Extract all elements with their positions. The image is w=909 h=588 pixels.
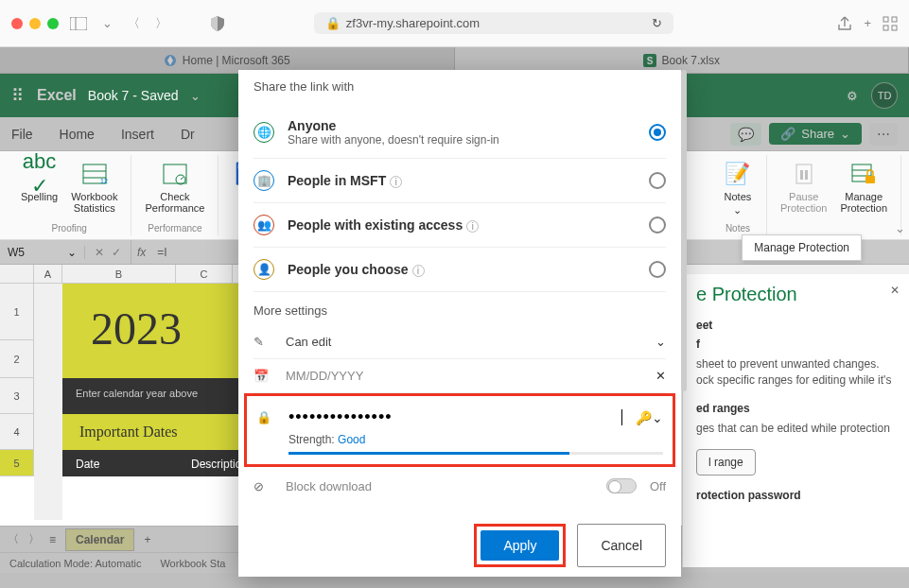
close-panel-icon[interactable]: ✕ [890, 284, 900, 297]
svg-rect-16 [796, 164, 812, 183]
radio[interactable] [649, 172, 666, 189]
important-dates-header[interactable]: Important Dates [62, 414, 261, 450]
shield-icon[interactable] [207, 12, 228, 35]
panel-subtitle: eet [696, 319, 896, 332]
password-row[interactable]: 🔒 ••••••••••••••• 🔑⌄ [256, 402, 663, 433]
share-settings-modal: Share the link with 🌐 Anyone Share with … [238, 70, 681, 577]
chevron-down-icon[interactable]: ⌄ [98, 12, 116, 34]
ribbon-workbook-stats[interactable]: 123Workbook Statistics [67, 157, 121, 221]
ribbon-pause-protection[interactable]: Pause Protection [777, 157, 831, 233]
share-option-existing[interactable]: 👥 People with existing accessi [253, 203, 666, 248]
info-icon[interactable]: i [466, 220, 479, 233]
more-settings-label: More settings [253, 303, 666, 318]
building-icon: 🏢 [253, 170, 274, 191]
svg-rect-18 [805, 170, 808, 180]
back-icon[interactable]: 〈 [124, 11, 144, 36]
document-name[interactable]: Book 7 - Saved [88, 88, 179, 103]
url-text: zf3vr-my.sharepoint.com [346, 16, 480, 30]
row-3[interactable]: 3 [0, 378, 34, 414]
panel-title: e Protection [696, 284, 896, 305]
maximize-window[interactable] [47, 18, 59, 29]
stats-icon: 123 [79, 159, 110, 189]
panel-text: sheet to prevent unwanted changes. ock s… [696, 356, 896, 389]
svg-rect-5 [892, 26, 897, 30]
strength-meter [288, 452, 663, 455]
ribbon-group-notes: 📝Notes⌄ Notes [709, 155, 767, 235]
password-input[interactable]: ••••••••••••••• [288, 407, 622, 427]
panel-subtitle: rotection password [696, 489, 896, 502]
new-tab-icon[interactable]: + [864, 16, 871, 30]
ribbon-spelling[interactable]: abc✓Spelling [17, 157, 61, 221]
forward-icon[interactable]: 〉 [151, 11, 171, 36]
lock-sheet-icon [848, 159, 879, 189]
apply-button[interactable]: Apply [481, 530, 559, 561]
share-option-specific[interactable]: 👤 People you choosei [253, 248, 666, 292]
svg-rect-4 [883, 26, 888, 30]
permission-dropdown[interactable]: ✎ Can edit ⌄ [253, 325, 666, 359]
protection-side-panel: ✕ e Protection eet f sheet to prevent un… [682, 274, 909, 567]
close-window[interactable] [11, 18, 23, 29]
panel-text: ges that can be edited while protection [696, 421, 896, 437]
reload-icon[interactable]: ↻ [652, 16, 662, 30]
browser-toolbar: ⌄ 〈 〉 🔒 zf3vr-my.sharepoint.com ↻ + [0, 0, 909, 47]
minimize-window[interactable] [29, 18, 41, 29]
row-5[interactable]: 5 [0, 450, 34, 476]
row-4[interactable]: 4 [0, 414, 34, 450]
password-strength: Strength: Good [256, 433, 663, 455]
person-plus-icon: 👤 [253, 259, 274, 280]
clear-icon[interactable]: ✕ [656, 369, 666, 383]
row-1[interactable]: 1 [0, 284, 34, 340]
radio[interactable] [649, 261, 666, 278]
radio-selected[interactable] [649, 124, 666, 141]
calendar-hint-cell[interactable]: Enter calendar year above [62, 378, 261, 414]
block-download-row[interactable]: ⊘ Block download Off [253, 467, 666, 505]
ribbon-group-protection: Pause Protection Manage Protection [767, 155, 901, 235]
info-icon[interactable]: i [412, 265, 425, 277]
calendar-year-cell[interactable]: 2023 [62, 284, 261, 378]
share-option-org[interactable]: 🏢 People in MSFTi [253, 159, 666, 203]
ribbon-manage-protection[interactable]: Manage Protection [836, 157, 891, 233]
ribbon-check-performance[interactable]: Check Performance [141, 157, 208, 221]
radio[interactable] [649, 216, 666, 233]
share-icon[interactable] [837, 16, 852, 31]
svg-rect-2 [883, 17, 888, 22]
row-2[interactable]: 2 [0, 340, 34, 378]
col-B[interactable]: B [62, 265, 176, 283]
people-icon: 👥 [253, 215, 274, 235]
pause-icon [789, 159, 819, 189]
expiry-date-row[interactable]: 📅 MM/DD/YYYY ✕ [253, 359, 666, 393]
modal-scrollbar[interactable] [681, 70, 687, 391]
lock-icon: 🔒 [325, 16, 341, 30]
svg-rect-3 [892, 17, 897, 22]
svg-text:123: 123 [100, 178, 108, 184]
cancel-button[interactable]: Cancel [577, 524, 666, 567]
tabs-overview-icon[interactable] [883, 16, 898, 31]
col-C[interactable]: C [176, 265, 233, 283]
info-icon[interactable]: i [390, 176, 402, 188]
pencil-icon: ✎ [253, 335, 272, 349]
key-dropdown-icon[interactable]: 🔑⌄ [636, 410, 663, 425]
toggle-off[interactable] [606, 478, 637, 493]
svg-rect-0 [70, 17, 87, 30]
col-A[interactable]: A [34, 265, 62, 283]
select-all-corner[interactable] [0, 265, 34, 283]
panel-subtitle: f [696, 337, 896, 351]
chevron-down-icon: ⌄ [656, 335, 666, 349]
ribbon-notes[interactable]: 📝Notes⌄ [719, 157, 757, 221]
date-desc-header[interactable]: DateDescription [62, 450, 261, 476]
tooltip: Manage Protection [742, 234, 862, 261]
spelling-icon: abc✓ [25, 159, 55, 189]
notes-icon: 📝 [723, 159, 753, 189]
svg-rect-22 [865, 176, 875, 183]
lock-icon: 🔒 [256, 410, 275, 424]
url-bar[interactable]: 🔒 zf3vr-my.sharepoint.com ↻ [314, 12, 673, 34]
sidebar-toggle-icon[interactable] [66, 13, 91, 34]
svg-line-15 [181, 177, 184, 180]
ribbon-collapse-icon[interactable]: ⌄ [895, 221, 905, 235]
calendar-icon: 📅 [253, 369, 272, 383]
password-section-highlight: 🔒 ••••••••••••••• 🔑⌄ Strength: Good [244, 393, 675, 467]
add-range-button[interactable]: l range [696, 449, 756, 476]
share-option-anyone[interactable]: 🌐 Anyone Share with anyone, doesn't requ… [253, 107, 666, 159]
window-controls [11, 18, 59, 29]
modal-title: Share the link with [253, 79, 666, 94]
